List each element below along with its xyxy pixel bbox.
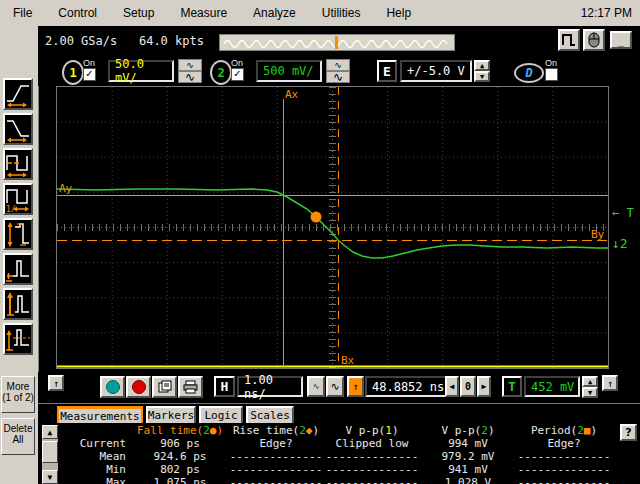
timebase-display[interactable]: 1.00 ns/ xyxy=(237,376,303,397)
delete-all-label1: Delete xyxy=(2,423,34,434)
tab-markers[interactable]: Markers xyxy=(146,406,196,423)
arrow-up-button-left[interactable]: ↑ xyxy=(48,375,64,391)
vmax-button[interactable] xyxy=(3,288,33,320)
acquisition-status: 2.00 GSa/s 64.0 kpts xyxy=(45,34,204,48)
menu-measure[interactable]: Measure xyxy=(167,6,240,20)
digital-on: On xyxy=(545,58,567,81)
timebase-coarse-button[interactable]: ∿ xyxy=(326,376,344,397)
trigger-level-display[interactable]: 452 mV xyxy=(524,376,580,397)
menu-analyze[interactable]: Analyze xyxy=(240,6,309,20)
scroll-thumb[interactable] xyxy=(42,441,58,463)
channel-2-badge[interactable]: 2 xyxy=(210,60,232,85)
menu-setup[interactable]: Setup xyxy=(110,6,167,20)
menu-bar: File Control Setup Measure Analyze Utili… xyxy=(0,0,640,27)
spin-down-button[interactable]: ▼ xyxy=(474,71,490,82)
level-up-button[interactable]: ▲ xyxy=(582,376,598,387)
channel-1-badge[interactable]: 1 xyxy=(62,60,84,85)
menu-help[interactable]: Help xyxy=(373,6,424,20)
horizontal-position-display[interactable]: 48.8852 ns xyxy=(365,376,457,397)
cell: 802 ps xyxy=(132,463,228,476)
mouse-mode-button[interactable] xyxy=(583,29,605,51)
marker-dot[interactable] xyxy=(311,212,322,223)
stop-button[interactable] xyxy=(126,376,151,398)
trigger-button[interactable]: T xyxy=(502,376,522,397)
fall-time-button[interactable] xyxy=(3,113,33,145)
run-button[interactable] xyxy=(100,376,125,398)
channel-2-on-label: On xyxy=(231,58,243,68)
cell: -------------- xyxy=(228,450,324,463)
measurements-table: Fall time(2●) Rise time(2◆) V p-p(1) V p… xyxy=(60,424,612,484)
more-button[interactable]: More (1 of 2) xyxy=(1,376,35,413)
vmin-button[interactable] xyxy=(3,253,33,285)
col-header-period: Period(2■) xyxy=(516,424,612,437)
up-arrow-icon: ↑ xyxy=(352,381,358,392)
sine-small-icon: ∿ xyxy=(186,60,194,70)
tab-logic[interactable]: Logic xyxy=(199,406,243,423)
channel-2-scale-display[interactable]: 500 mV/ xyxy=(256,60,322,82)
tab-scales[interactable]: Scales xyxy=(246,406,294,423)
position-left-button[interactable]: ◀ xyxy=(445,376,459,397)
channel-controls-row: 1 On ✓ 50.0 mV/ ∿ ∿ 2 On ✓ 500 mV/ ∿ ∿ E… xyxy=(38,56,640,86)
menu-control[interactable]: Control xyxy=(45,6,110,20)
pulse-width-button[interactable] xyxy=(3,148,33,180)
vpp-button[interactable] xyxy=(3,218,33,250)
menu-file[interactable]: File xyxy=(0,6,45,20)
channel-1-coarse-scale-button[interactable]: ∿ xyxy=(178,71,202,83)
pulse-icon xyxy=(561,33,577,47)
digital-on-label: On xyxy=(545,58,557,68)
channel-2-coarse-scale-button[interactable]: ∿ xyxy=(326,71,350,83)
minimize-button[interactable]: _ xyxy=(610,31,632,49)
rise-time-button[interactable] xyxy=(3,78,33,110)
horizontal-button[interactable]: H xyxy=(214,376,235,397)
channel-1-on-checkbox[interactable]: ✓ xyxy=(83,68,96,81)
stop-icon xyxy=(132,380,146,394)
more-label: More xyxy=(2,381,34,392)
measurements-scrollbar[interactable]: ▲ ▼ xyxy=(42,425,58,484)
cell: 924.6 ps xyxy=(132,450,228,463)
print-button[interactable] xyxy=(178,376,203,398)
arrow-right-icon: ▶ xyxy=(482,382,487,391)
digital-channel-badge[interactable]: D xyxy=(514,63,544,83)
spin-up-button[interactable]: ▲ xyxy=(474,60,490,71)
scroll-up-button[interactable]: ▲ xyxy=(42,425,58,439)
trigger-position-button[interactable]: ↑ xyxy=(347,376,364,397)
ax-label: Ax xyxy=(285,88,299,101)
digital-on-checkbox[interactable] xyxy=(545,68,558,81)
tab-measurements[interactable]: Measurements xyxy=(57,406,143,423)
cell: 994 mV xyxy=(420,437,516,450)
waveform-preview-bar[interactable] xyxy=(219,34,455,51)
bx-label: Bx xyxy=(341,354,355,367)
spin-up-icon: ▲ xyxy=(588,378,592,386)
spin-up-icon: ▲ xyxy=(48,428,53,437)
waveform-display[interactable]: Ax Bx Ay By xyxy=(56,86,609,369)
scroll-down-button[interactable]: ▼ xyxy=(42,470,58,484)
arrow-up-button-right[interactable]: ↑ xyxy=(602,375,618,391)
cell: Edge? xyxy=(228,437,324,450)
external-trigger-button[interactable]: E xyxy=(377,60,397,82)
frequency-button[interactable]: 1/ xyxy=(3,183,33,215)
spin-up-icon: ▲ xyxy=(480,62,484,70)
channel-1-scale-display[interactable]: 50.0 mV/ xyxy=(108,60,174,82)
cell: 979.2 mV xyxy=(420,450,516,463)
row-label-current: Current xyxy=(60,437,132,450)
sine-small-icon: ∿ xyxy=(334,60,342,70)
external-trigger-range-display[interactable]: +/-5.0 V xyxy=(400,60,472,82)
copy-screen-button[interactable] xyxy=(152,376,177,398)
frequency-icon: 1/ xyxy=(5,186,31,212)
position-right-button[interactable]: ▶ xyxy=(477,376,491,397)
menu-utilities[interactable]: Utilities xyxy=(309,6,374,20)
level-down-button[interactable]: ▼ xyxy=(582,387,598,398)
delete-all-button[interactable]: Delete All xyxy=(1,418,35,455)
channel-1-on-label: On xyxy=(83,58,95,68)
channel-2-on-checkbox[interactable]: ✓ xyxy=(231,68,244,81)
trigger-level-marker: ← T xyxy=(612,206,634,220)
position-zero-button[interactable]: 0 xyxy=(460,376,476,397)
help-button[interactable]: ? xyxy=(620,424,637,441)
pulse-mode-button[interactable] xyxy=(558,29,580,51)
timebase-fine-button[interactable]: ∿ xyxy=(307,376,325,397)
col-header-vpp-2: V p-p(2) xyxy=(420,424,516,437)
arrow-left-icon: ◀ xyxy=(450,382,455,391)
channel-2-on: On ✓ xyxy=(231,58,253,81)
vpp-icon xyxy=(5,221,31,247)
vavg-button[interactable] xyxy=(3,323,33,355)
